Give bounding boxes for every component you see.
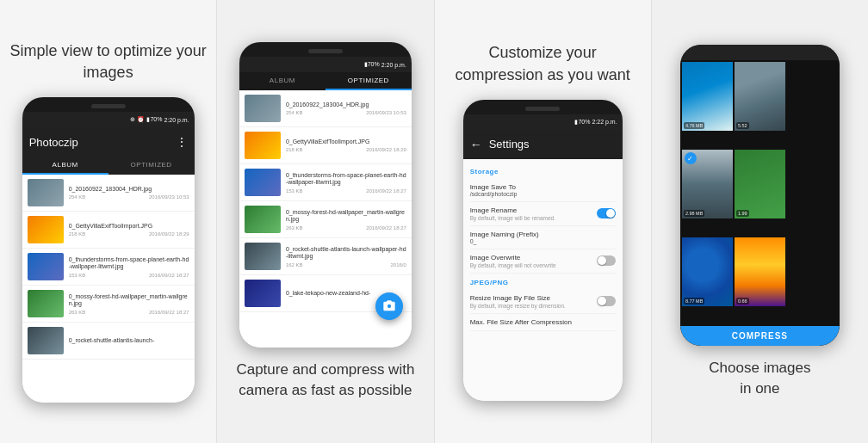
setting-resize-by-size[interactable]: Resize Image By File Size By default, im…	[470, 290, 616, 314]
gallery-cell-1[interactable]: 4.76 MB	[682, 62, 733, 131]
resize-toggle[interactable]	[597, 296, 616, 306]
file-item-p2-2[interactable]: 0_GettyVillaExifToolImport.JPG 218 KB201…	[239, 127, 412, 164]
file-item-p2-1[interactable]: 0_20160922_183004_HDR.jpg 254 KB2016/09/…	[239, 90, 412, 127]
phone-2-speaker	[308, 49, 343, 53]
gallery-check-3: ✓	[685, 152, 697, 164]
file-info-p2-4: 0_mossy-forest-hd-wallpaper_martin-wallg…	[286, 209, 406, 231]
file-name-3: 0_thunderstorms-from-space-planet-earth-…	[69, 256, 189, 271]
gallery-cell-2[interactable]: 5.52	[735, 62, 785, 131]
gallery-size-6: 0.66	[736, 298, 749, 305]
setting-naming-title: Image Naming (Prefix)	[470, 231, 616, 238]
back-arrow-icon[interactable]: ←	[470, 138, 482, 151]
gallery-img-1	[682, 62, 733, 131]
setting-overwrite-title: Image Overwrite	[470, 254, 556, 261]
setting-image-overwrite[interactable]: Image Overwrite By default, image will n…	[470, 249, 616, 274]
file-name-p2-1: 0_20160922_183004_HDR.jpg	[286, 102, 406, 108]
file-info-p2-3: 0_thunderstorms-from-space-planet-earth-…	[286, 172, 406, 194]
setting-save-title: Image Save To	[470, 183, 616, 191]
file-size-p2-5: 162 KB	[286, 262, 303, 268]
image-overwrite-toggle[interactable]	[597, 255, 616, 266]
setting-max-title: Max. File Size After Compression	[470, 318, 616, 326]
setting-image-save-to[interactable]: Image Save To /sdcard/photoczip	[470, 179, 616, 202]
file-name-4: 0_mossy-forest-hd-wallpaper_martin-wallg…	[69, 293, 189, 308]
setting-naming-value: 0_	[470, 238, 616, 244]
setting-overwrite-left: Image Overwrite By default, image will n…	[470, 254, 556, 268]
file-item-3[interactable]: 0_thunderstorms-from-space-planet-earth-…	[22, 249, 195, 286]
file-meta-3: 153 KB 2016/09/22 18:27	[69, 273, 189, 278]
file-date-p2-5: 2016/0	[391, 262, 406, 268]
file-item-p2-5[interactable]: 0_rocket-shuttle-atlantis-launch-wallpap…	[239, 238, 412, 275]
setting-resize-left: Resize Image By File Size By default, im…	[470, 294, 566, 309]
phone-1-menu-icon: ⋮	[176, 135, 188, 149]
gallery-grid: 4.76 MB 5.52 ✓ 2.98 MB 1	[680, 60, 840, 326]
compress-button[interactable]: COMPRESS	[680, 326, 840, 346]
setting-rename-row: Image Rename By default, image will be r…	[470, 206, 616, 221]
file-name-2: 0_GettyVillaExifToolImport.JPG	[69, 223, 189, 230]
file-thumb-p2-1	[245, 95, 281, 122]
gallery-cell-6[interactable]: 0.66	[735, 237, 785, 306]
phone-1-tab-album[interactable]: ALBUM	[22, 157, 108, 175]
phone-1-tab-optimized[interactable]: OPTIMIZED	[108, 157, 195, 175]
phone-1-app-bar: Photoczip ⋮	[22, 127, 195, 157]
gallery-cell-5[interactable]: 8.77 MB	[682, 237, 733, 306]
file-size-1: 254 KB	[69, 194, 86, 200]
file-info-4: 0_mossy-forest-hd-wallpaper_martin-wallg…	[69, 293, 189, 315]
gallery-img-2	[735, 62, 785, 131]
panel-1-title: Simple view to optimize your images	[9, 40, 208, 83]
file-item-p2-4[interactable]: 0_mossy-forest-hd-wallpaper_martin-wallg…	[239, 201, 412, 238]
phone-1-tabs: ALBUM OPTIMIZED	[22, 157, 195, 175]
file-date-p2-3: 2016/09/22 18:27	[366, 188, 406, 194]
file-item-1[interactable]: 0_20160922_183004_HDR.jpg 254 KB 2016/09…	[22, 175, 195, 212]
phone-2-tab-album[interactable]: ALBUM	[239, 72, 326, 90]
file-info-1: 0_20160922_183004_HDR.jpg 254 KB 2016/09…	[69, 186, 189, 200]
image-rename-toggle[interactable]	[597, 208, 616, 218]
phone-1-screen: ⊕ ⏰ ▮70% 2:20 p.m. Photoczip ⋮ ALBUM OPT…	[22, 112, 195, 403]
file-name-p2-2: 0_GettyVillaExifToolImport.JPG	[286, 138, 406, 145]
gallery-inner: 4.76 MB 5.52 ✓ 2.98 MB 1	[680, 60, 840, 346]
gallery-cell-3[interactable]: ✓ 2.98 MB	[682, 150, 733, 218]
phone-3-status-bar: ▮70% 2:22 p.m.	[463, 114, 623, 130]
gallery-img-6	[735, 237, 785, 306]
phone-2-status-bar: ▮70% 2:20 p.m.	[239, 57, 412, 72]
phone-3-time: 2:22 p.m.	[592, 119, 617, 125]
phone-3-status-icons: ▮70% 2:22 p.m.	[574, 119, 617, 126]
panel-3-title: Customize your compression as you want	[443, 42, 642, 85]
phone-1-status-icons: ⊕ ⏰ ▮70% 2:20 p.m.	[130, 116, 189, 123]
panel-4: 4.76 MB 5.52 ✓ 2.98 MB 1	[652, 0, 868, 443]
setting-image-rename[interactable]: Image Rename By default, image will be r…	[470, 202, 616, 226]
file-name-p2-4: 0_mossy-forest-hd-wallpaper_martin-wallg…	[286, 209, 406, 224]
setting-resize-sub: By default, image resize by dimension.	[470, 303, 566, 309]
file-size-p2-1: 254 KB	[286, 110, 303, 115]
phone-3-battery: ▮70%	[574, 119, 590, 126]
gallery-size-4: 1.99	[736, 210, 749, 217]
file-item-p2-3[interactable]: 0_thunderstorms-from-space-planet-earth-…	[239, 164, 412, 201]
file-item-5[interactable]: 0_rocket-shuttle-atlantis-launch-	[22, 323, 195, 360]
camera-icon	[382, 299, 396, 313]
file-info-2: 0_GettyVillaExifToolImport.JPG 218 KB 20…	[69, 223, 189, 237]
gallery-screen: 4.76 MB 5.52 ✓ 2.98 MB 1	[680, 45, 840, 346]
camera-fab-button[interactable]	[375, 292, 403, 320]
file-date-p2-1: 2016/09/23 10:53	[366, 110, 406, 115]
phone-2-tab-optimized[interactable]: OPTIMIZED	[326, 72, 412, 90]
setting-image-naming[interactable]: Image Naming (Prefix) 0_	[470, 226, 616, 249]
file-date-1: 2016/09/23 10:53	[149, 194, 189, 200]
phone-2-status-icons: ▮70% 2:20 p.m.	[364, 61, 406, 68]
storage-section-label: Storage	[470, 168, 616, 175]
gallery-size-3: 2.98 MB	[684, 210, 704, 217]
file-info-p2-1: 0_20160922_183004_HDR.jpg 254 KB2016/09/…	[286, 102, 406, 115]
settings-title: Settings	[489, 138, 530, 151]
settings-content: Storage Image Save To /sdcard/photoczip …	[463, 159, 623, 401]
gallery-phone: 4.76 MB 5.52 ✓ 2.98 MB 1	[680, 45, 840, 346]
setting-rename-left: Image Rename By default, image will be r…	[470, 206, 555, 221]
file-meta-1: 254 KB 2016/09/23 10:53	[69, 194, 189, 200]
setting-max-file-size[interactable]: Max. File Size After Compression	[470, 314, 616, 331]
phone-1-alarm-icon: ⏰	[137, 116, 145, 123]
phone-3-speaker	[525, 107, 560, 111]
file-info-3: 0_thunderstorms-from-space-planet-earth-…	[69, 256, 189, 278]
file-item-4[interactable]: 0_mossy-forest-hd-wallpaper_martin-wallg…	[22, 286, 195, 323]
file-name-p2-5: 0_rocket-shuttle-atlantis-launch-wallpap…	[286, 246, 406, 261]
file-thumb-p2-6	[245, 280, 281, 307]
file-name-1: 0_20160922_183004_HDR.jpg	[69, 186, 189, 193]
gallery-cell-4[interactable]: 1.99	[735, 150, 785, 218]
file-item-2[interactable]: 0_GettyVillaExifToolImport.JPG 218 KB 20…	[22, 212, 195, 249]
